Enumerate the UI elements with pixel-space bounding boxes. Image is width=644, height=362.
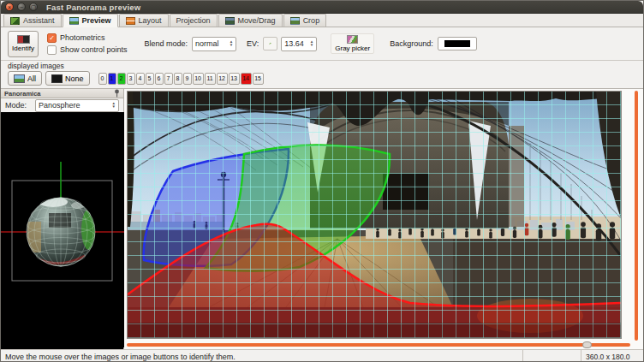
assistant-icon [10,17,20,25]
image-toggle-11[interactable]: 11 [205,73,216,85]
panosphere-panel-header[interactable]: Panoramica [1,89,123,98]
show-control-points-row: Show control points [47,45,128,55]
title-bar[interactable]: × − ▢ Fast Panorama preview [1,1,643,14]
image-toggle-1[interactable]: 1 [108,73,116,85]
tab-label: Preview [82,16,111,25]
status-message: Move the mouse over the images or image … [1,350,523,362]
image-toggle-3[interactable]: 3 [127,73,135,85]
spinner-arrows-icon: ▲▼ [112,102,116,109]
ev-value: 13.64 [284,39,304,48]
panel-title: Panoramica [4,90,41,98]
preview-pane [124,89,643,349]
blend-mode-value: normal [195,39,219,48]
minimize-icon[interactable]: − [17,3,26,11]
background-color-button[interactable] [438,37,477,50]
image-toggle-2[interactable]: 2 [117,73,126,85]
scrollbar-thumb[interactable] [582,341,592,348]
status-spacer [523,350,581,362]
horizontal-scrollbar[interactable] [127,343,630,347]
vertical-scrollbar[interactable] [635,91,638,341]
show-control-points-checkbox[interactable] [47,45,57,55]
image-toggle-14[interactable]: 14 [241,73,252,85]
close-icon[interactable]: × [5,3,14,11]
tab-preview[interactable]: Preview [63,14,118,27]
tab-layout[interactable]: Layout [119,14,169,27]
image-toggle-8[interactable]: 8 [174,73,182,85]
mode-value: Panosphere [39,101,80,110]
image-toggle-4[interactable]: 4 [136,73,145,85]
identify-button[interactable]: Identify [8,31,39,57]
gray-picker-label: Gray picker [335,45,370,52]
identify-label: Identify [12,45,34,52]
tab-projection[interactable]: Projection [170,14,218,27]
window-title: Fast Panorama preview [46,3,140,12]
identify-icon [17,35,30,44]
photometrics-checkbox[interactable]: ✓ [47,33,57,43]
tab-bar: Assistant Preview Layout Projection Move… [1,14,643,27]
background-color-swatch [444,40,470,47]
mode-label: Mode: [5,101,27,110]
crop-icon [290,17,300,25]
mode-row: Mode: Panosphere ▲▼ [1,98,123,112]
displayed-images-section: displayed images All None 0 1 2 3 4 5 6 … [1,61,643,88]
green-arrow-icon [269,39,271,49]
grid-overlay [128,92,621,338]
panorama-preview [128,92,621,338]
none-label: None [65,74,84,83]
panosphere-rendering [1,112,124,347]
ev-reset-button[interactable] [263,37,277,50]
app-window: × − ▢ Fast Panorama preview Assistant Pr… [0,0,644,362]
image-toggle-9[interactable]: 9 [183,73,192,85]
tab-label: Move/Drag [238,16,276,25]
toolbar-checkboxes: ✓ Photometrics Show control points [47,33,128,55]
photometrics-label: Photometrics [60,33,105,42]
layout-icon [126,17,135,25]
move-drag-icon [225,17,235,25]
background-label: Background: [390,39,433,48]
show-control-points-label: Show control points [60,45,128,54]
all-images-icon [14,74,25,83]
preview-icon [69,17,79,25]
maximize-icon[interactable]: ▢ [29,3,38,11]
no-images-icon [51,74,63,83]
ev-spinbox[interactable]: 13.64 ▲▼ [281,37,317,51]
panorama-canvas[interactable] [127,91,622,339]
image-toggle-5[interactable]: 5 [146,73,154,85]
image-toggle-10[interactable]: 10 [193,73,204,85]
ev-label: EV: [247,39,259,48]
tab-label: Crop [303,16,320,25]
image-toggle-13[interactable]: 13 [229,73,240,85]
panosphere-panel: Panoramica Mode: Panosphere ▲▼ [1,89,124,349]
displayed-images-label: displayed images [8,62,636,70]
tab-assistant[interactable]: Assistant [3,14,62,27]
tab-label: Projection [176,16,211,25]
toolbar: Identify ✓ Photometrics Show control poi… [1,27,643,61]
blend-mode-label: Blend mode: [145,39,188,48]
image-toggle-6[interactable]: 6 [155,73,164,85]
gray-picker-button[interactable]: Gray picker [331,33,374,54]
tab-move-drag[interactable]: Move/Drag [218,14,283,27]
panosphere-3d-view[interactable] [1,112,123,349]
tab-label: Layout [139,16,162,25]
image-toggle-12[interactable]: 12 [217,73,228,85]
photometrics-row: ✓ Photometrics [47,33,128,43]
pin-icon[interactable] [114,89,120,98]
image-toggle-15[interactable]: 15 [253,73,264,85]
all-label: All [27,74,36,83]
show-no-images-button[interactable]: None [45,71,90,86]
image-toggle-group: 0 1 2 3 4 5 6 7 8 9 10 11 12 13 14 15 [98,73,264,85]
tab-label: Assistant [23,16,55,25]
status-bar: Move the mouse over the images or image … [1,349,643,362]
spinner-arrows-icon: ▲▼ [310,40,313,47]
blend-mode-select[interactable]: normal ▲▼ [192,37,236,51]
mode-select[interactable]: Panosphere ▲▼ [35,99,119,112]
show-all-images-button[interactable]: All [8,71,42,86]
canvas-size-indicator: 360.0 x 180.0 [581,350,643,362]
spinner-arrows-icon: ▲▼ [230,40,233,47]
gray-picker-icon [347,35,358,44]
tab-crop[interactable]: Crop [283,14,327,27]
image-toggle-7[interactable]: 7 [164,73,173,85]
image-toggle-0[interactable]: 0 [98,73,107,85]
